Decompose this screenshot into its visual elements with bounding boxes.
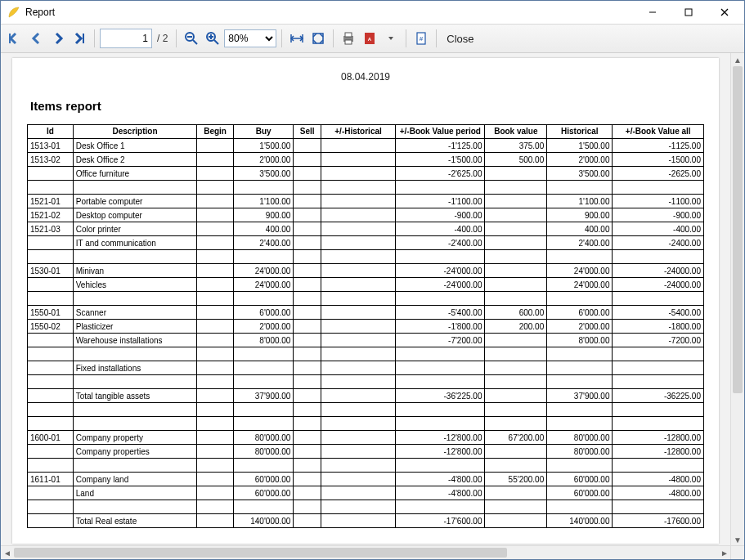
export-dropdown[interactable]	[381, 29, 401, 48]
cell-bv	[485, 236, 547, 250]
cell-begin	[197, 389, 234, 403]
cell-desc	[73, 292, 197, 306]
cell-buy: 140'000.00	[233, 514, 294, 528]
cell-hist1	[321, 473, 395, 486]
cell-bvp: -1'125.00	[396, 139, 485, 153]
print-button[interactable]	[339, 29, 358, 48]
vertical-scroll-thumb[interactable]	[733, 66, 743, 393]
cell-sell	[294, 375, 321, 389]
cell-buy: 1'100.00	[233, 195, 294, 208]
cell-desc: Minivan	[73, 264, 197, 278]
cell-hist2: 140'000.00	[547, 514, 613, 528]
cell-begin	[197, 250, 234, 264]
horizontal-scrollbar[interactable]: ◄ ►	[1, 545, 731, 559]
cell-buy: 3'500.00	[233, 167, 294, 181]
page-total-label: / 2	[157, 33, 168, 44]
cell-hist2: 24'000.00	[547, 264, 613, 278]
cell-bva: -900.00	[613, 208, 704, 222]
maximize-button[interactable]	[671, 1, 707, 24]
svg-line-7	[193, 40, 197, 44]
cell-begin	[197, 334, 234, 347]
table-row: 1550-02Plasticizer2'000.00-1'800.00200.0…	[28, 320, 704, 334]
cell-id	[28, 417, 74, 431]
horizontal-scroll-thumb[interactable]	[14, 548, 507, 558]
cell-desc: Total tangible assets	[73, 389, 197, 403]
cell-bv	[485, 403, 547, 417]
table-row	[28, 292, 704, 306]
cell-id	[28, 361, 74, 375]
cell-sell	[294, 389, 321, 403]
cell-buy	[233, 403, 294, 417]
cell-bvp: -1'800.00	[396, 320, 485, 334]
minimize-button[interactable]	[635, 1, 671, 24]
cell-buy: 2'400.00	[233, 236, 294, 250]
cell-buy	[233, 375, 294, 389]
cell-sell	[294, 139, 321, 153]
cell-desc: Fixed installations	[73, 361, 197, 375]
cell-sell	[294, 167, 321, 181]
page-number-input[interactable]	[100, 29, 152, 48]
zoom-select[interactable]: 80%	[224, 29, 276, 47]
cell-hist1	[321, 250, 395, 264]
scroll-corner	[730, 545, 744, 559]
scroll-up-icon[interactable]: ▲	[731, 53, 744, 66]
toolbar: / 2 80% A # Close	[1, 24, 744, 53]
scroll-down-icon[interactable]: ▼	[731, 533, 744, 546]
vertical-scrollbar[interactable]: ▲ ▼	[730, 53, 744, 546]
fit-width-button[interactable]	[287, 29, 307, 48]
table-row: 1521-02Desktop computer900.00-900.00900.…	[28, 208, 704, 222]
cell-desc	[73, 403, 197, 417]
report-window: Report / 2 80% A # Close 08.04.2019 Item…	[0, 0, 745, 560]
cell-bva	[613, 347, 704, 361]
scroll-right-icon[interactable]: ►	[718, 546, 731, 559]
cell-id: 1611-01	[28, 473, 74, 486]
cell-bvp: -12'800.00	[396, 431, 485, 445]
cell-hist2: 400.00	[547, 222, 613, 236]
cell-hist2: 60'000.00	[547, 486, 613, 500]
cell-buy: 80'000.00	[233, 431, 294, 445]
cell-id	[28, 334, 74, 347]
table-row: Fixed installations	[28, 361, 704, 375]
prev-page-button[interactable]	[27, 29, 47, 48]
cell-sell	[294, 222, 321, 236]
fit-page-button[interactable]	[308, 29, 328, 48]
scroll-left-icon[interactable]: ◄	[1, 546, 14, 559]
col-bv: Book value	[485, 125, 547, 139]
cell-hist1	[321, 445, 395, 459]
cell-id	[28, 250, 74, 264]
cell-id	[28, 181, 74, 195]
cell-id	[28, 459, 74, 473]
items-table: Id Description Begin Buy Sell +/-Histori…	[27, 124, 704, 528]
cell-desc	[73, 250, 197, 264]
first-page-button[interactable]	[6, 29, 25, 48]
table-row: 1550-01Scanner6'000.00-5'400.00600.006'0…	[28, 306, 704, 320]
cell-bva	[613, 375, 704, 389]
cell-bv	[485, 167, 547, 181]
cell-bvp	[396, 250, 485, 264]
cell-begin	[197, 473, 234, 486]
close-report-button[interactable]: Close	[447, 33, 473, 45]
cell-sell	[294, 347, 321, 361]
zoom-in-button[interactable]	[203, 29, 222, 48]
cell-bv: 67'200.00	[485, 431, 547, 445]
export-pdf-button[interactable]: A	[360, 29, 379, 48]
cell-hist1	[321, 222, 395, 236]
cell-sell	[294, 181, 321, 195]
page-setup-button[interactable]: #	[411, 29, 431, 48]
cell-hist1	[321, 361, 395, 375]
table-row: IT and communication2'400.00-2'400.002'4…	[28, 236, 704, 250]
cell-hist1	[321, 139, 395, 153]
cell-bv	[485, 459, 547, 473]
zoom-out-button[interactable]	[182, 29, 201, 48]
cell-bv	[485, 347, 547, 361]
next-page-button[interactable]	[48, 29, 68, 48]
cell-hist1	[321, 236, 395, 250]
svg-rect-1	[685, 9, 692, 16]
cell-begin	[197, 403, 234, 417]
last-page-button[interactable]	[70, 29, 89, 48]
close-window-button[interactable]	[707, 1, 743, 24]
cell-bvp: -17'600.00	[396, 514, 485, 528]
cell-bva: -5400.00	[613, 306, 704, 320]
cell-hist2: 2'000.00	[547, 320, 613, 334]
cell-id	[28, 500, 74, 514]
